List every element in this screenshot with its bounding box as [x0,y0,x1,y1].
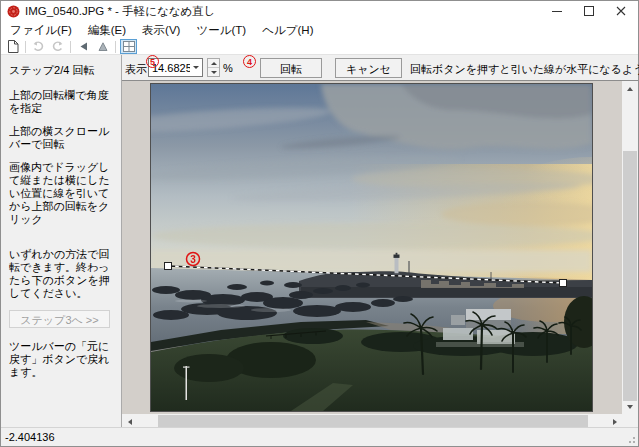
step-title: ステップ2/4 回転 [9,64,115,77]
maximize-button[interactable] [573,1,605,21]
redo-button[interactable] [49,39,66,54]
undo-icon [32,41,45,52]
chevron-left-icon [128,419,132,425]
photo-lighthouse [395,257,399,274]
undo-note: ツールバーの「元に戻す」ボタンで戻れます。 [9,340,115,379]
instruction-drag-line: 画像内でドラッグして縦または横にしたい位置に線を引いてから上部の回転をクリック [9,161,115,226]
vertical-scrollbar-thumb[interactable] [623,151,637,401]
instruction-angle: 上部の回転欄で角度を指定 [9,89,115,115]
chevron-up-icon [211,62,217,65]
toolbar [1,39,638,55]
instruction-scrollbar: 上部の横スクロールバーで回転 [9,125,115,151]
undo-button[interactable] [30,39,47,54]
chevron-up-icon [627,87,633,91]
statusbar: -2.404136 [1,427,638,446]
zoom-spinner [207,58,220,77]
photo-flagpole [186,366,188,400]
toolbar-separator [70,41,71,53]
vertical-scrollbar[interactable] [622,81,638,414]
menu-help[interactable]: ヘルプ(H) [254,22,321,39]
toolbar-separator [25,41,26,53]
grid-icon [123,41,135,52]
redo-icon [51,41,64,52]
rotation-line-handle-right[interactable] [560,280,567,287]
resize-grip[interactable] [626,434,636,444]
percent-label: % [223,62,233,74]
new-image-icon [7,40,19,53]
chevron-right-icon [613,419,617,425]
svg-text:3: 3 [190,254,196,265]
window-title: IMG_0540.JPG * - 手軽にななめ直し [25,4,216,19]
grid-toggle-button[interactable] [120,39,137,54]
close-icon [616,6,626,16]
menu-edit[interactable]: 編集(E) [80,22,134,39]
annotation-badge-4: 4 [243,55,256,68]
rotate-left-button[interactable] [75,39,92,54]
rotate-button[interactable]: 回転 [260,58,322,78]
annotation-badge-5: 5 [146,55,159,68]
spinner-down-button[interactable] [208,67,219,76]
photo-canvas[interactable]: 3 [150,83,593,412]
minimize-icon [552,11,562,12]
app-icon [7,5,20,18]
instruction-finish: いずれかの方法で回転できます。終わったら下のボタンを押してください。 [9,248,115,300]
rotate-hint-text: 回転ボタンを押すと引いた線が水平になるように回転します。 [410,62,639,77]
rotate-right-button[interactable] [94,39,111,54]
scroll-up-button[interactable] [622,81,638,96]
chevron-down-icon [193,66,199,69]
rotation-angle-value: -2.404136 [5,431,55,443]
photo-image: 3 [151,84,592,411]
rotate-left-icon [78,41,89,52]
close-button[interactable] [605,1,637,21]
rotation-line-handle-left[interactable] [165,263,172,270]
canvas-viewport: 3 [122,81,622,414]
toolbar-separator [115,41,116,53]
menubar: ファイル(F) 編集(E) 表示(V) ツール(T) ヘルプ(H) [1,21,638,39]
rotate-right-icon [97,41,109,52]
display-zoom-label: 表示 [125,62,147,77]
menu-file[interactable]: ファイル(F) [2,22,80,39]
menu-view[interactable]: 表示(V) [134,22,188,39]
sidebar: ステップ2/4 回転 上部の回転欄で角度を指定 上部の横スクロールバーで回転 画… [1,55,122,429]
next-step-button[interactable]: ステップ3へ >> [9,310,110,328]
chevron-down-icon [627,405,633,409]
cancel-button[interactable]: キャンセル [335,58,402,78]
photo-clouds [151,84,592,272]
new-image-button[interactable] [4,39,21,54]
titlebar: IMG_0540.JPG * - 手軽にななめ直し [1,1,638,21]
spinner-up-button[interactable] [208,59,219,67]
controlbar: 表示 % 回転 キャンセル 回転ボタンを押すと引いた線が水平になるように回転しま… [122,55,638,81]
scroll-down-button[interactable] [622,399,638,414]
menu-tools[interactable]: ツール(T) [188,22,254,39]
chevron-down-icon [211,71,217,74]
app-window: IMG_0540.JPG * - 手軽にななめ直し ファイル(F) 編集(E) … [0,0,639,447]
maximize-icon [584,6,594,16]
combo-dropdown-button[interactable] [190,66,202,69]
minimize-button[interactable] [541,1,573,21]
work-area: 表示 % 回転 キャンセル 回転ボタンを押すと引いた線が水平になるように回転しま… [122,55,638,429]
